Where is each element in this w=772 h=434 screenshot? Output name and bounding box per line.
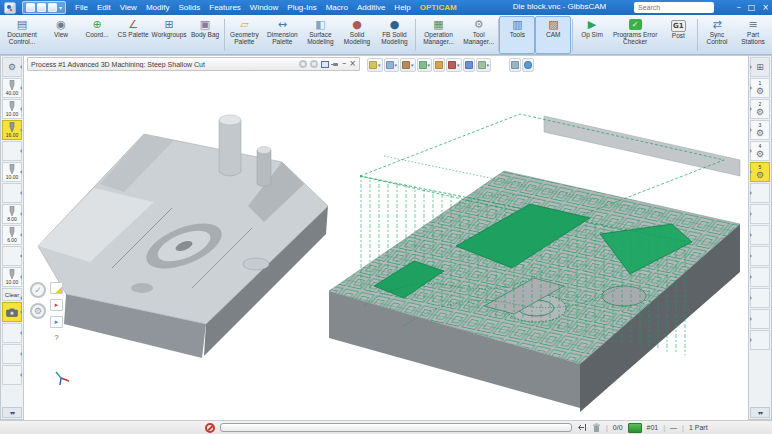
view-tool-button[interactable] (433, 58, 445, 72)
menu-window[interactable]: Window (250, 3, 278, 12)
copy-process-icon[interactable] (50, 282, 63, 294)
stop-simulation-icon[interactable] (205, 423, 215, 433)
apply-check-button[interactable]: ✓ (30, 282, 46, 298)
operation-manager-button[interactable]: ▦ Operation Manager... (416, 16, 460, 54)
cs-palette-button[interactable]: ∠ CS Palette (115, 16, 151, 54)
tool-tile-1[interactable]: 40.00 (2, 78, 22, 98)
simulation-progress-bar[interactable] (220, 423, 572, 432)
operation-slot-empty[interactable] (750, 204, 770, 224)
operation-tile-2[interactable]: 2 ⚙ (750, 99, 770, 119)
fb-solid-modeling-button[interactable]: ● FB Solid Modeling (375, 16, 414, 54)
view-tool-button[interactable]: ▾ (367, 58, 383, 72)
maximize-button[interactable]: □ (748, 3, 756, 12)
tool-rail-scroll-down-button[interactable]: ▾▾ (2, 407, 22, 418)
operation-tile-5-selected[interactable]: 5 ⚙ (750, 162, 770, 182)
tool-manager-button[interactable]: ⚙ Tool Manager... (461, 16, 497, 54)
process-redo-icon[interactable] (310, 60, 318, 68)
rewind-to-start-icon[interactable] (577, 423, 587, 432)
redo-toolpath-icon[interactable]: ▸ (50, 316, 63, 328)
post-button[interactable]: G1 Post (660, 16, 696, 54)
tools-button[interactable]: ▥ Tools (499, 16, 535, 54)
viewport-canvas[interactable] (24, 56, 748, 421)
coord-button[interactable]: ⊕ Coord... (79, 16, 115, 54)
program-error-checker-button[interactable]: ✓ Programs Error Checker (610, 16, 660, 54)
float-window-icon[interactable] (321, 61, 329, 68)
close-button[interactable]: × (762, 3, 769, 12)
workgroups-button[interactable]: ⊞ Workgroups (151, 16, 187, 54)
view-tool-button[interactable]: ▾ (476, 58, 492, 72)
view-tool-button[interactable] (522, 58, 534, 72)
panel-close-button[interactable]: × (349, 60, 356, 68)
view-button[interactable]: ◉ View (43, 16, 79, 54)
menu-macro[interactable]: Macro (326, 3, 348, 12)
pin-icon[interactable] (332, 61, 339, 68)
menu-help[interactable]: Help (394, 3, 410, 12)
process-panel-titlebar[interactable]: Process #1 Advanced 3D Machining: Steep … (27, 57, 360, 71)
operations-header[interactable]: ⊞ (750, 57, 770, 77)
tool-slot-empty[interactable] (2, 365, 22, 385)
sync-control-button[interactable]: ⇄ Sync Control (699, 16, 735, 54)
menu-modify[interactable]: Modify (146, 3, 170, 12)
operation-slot-empty[interactable] (750, 225, 770, 245)
process-gear-button[interactable]: ⚙ (30, 303, 46, 319)
tool-tile-6[interactable]: 6.00 (2, 225, 22, 245)
redo-markers-icon[interactable]: ▸ (50, 299, 63, 311)
document-control-button[interactable]: ▤ Document Control... (1, 16, 43, 54)
tool-tile-4[interactable]: 10.00 (2, 162, 22, 182)
minimize-button[interactable]: – (737, 3, 741, 12)
solid-modeling-button[interactable]: ● Solid Modeling (339, 16, 375, 54)
tool-tile-2[interactable]: 10.00 (2, 99, 22, 119)
undo-icon[interactable] (37, 3, 46, 12)
menu-features[interactable]: Features (209, 3, 241, 12)
sim-camera-tile[interactable] (2, 302, 22, 322)
part-stations-button[interactable]: ≡ Part Stations (735, 16, 771, 54)
view-tool-button[interactable]: ▾ (400, 58, 416, 72)
tool-slot-empty[interactable] (2, 344, 22, 364)
save-icon[interactable] (26, 3, 35, 12)
operation-slot-empty[interactable] (750, 309, 770, 329)
menu-additive[interactable]: Additive (357, 3, 385, 12)
operation-tile-1[interactable]: 1 ⚙ (750, 78, 770, 98)
tool-slot-empty[interactable] (2, 323, 22, 343)
surface-modeling-button[interactable]: ◧ Surface Modeling (302, 16, 339, 54)
operations-rail-scroll-down-button[interactable]: ▾▾ (750, 407, 770, 418)
tool-tile-3-selected[interactable]: 16.00 (2, 120, 22, 140)
view-tool-button[interactable] (509, 58, 521, 72)
menu-edit[interactable]: Edit (97, 3, 111, 12)
clear-button[interactable]: Clear (2, 288, 22, 301)
tool-tile-7[interactable]: 10.00 (2, 267, 22, 287)
search-box[interactable] (634, 2, 714, 13)
menu-file[interactable]: File (75, 3, 88, 12)
operation-slot-empty[interactable] (750, 330, 770, 350)
redo-icon[interactable] (48, 3, 57, 12)
tool-crib-header[interactable]: ⚙ (2, 57, 22, 77)
geometry-palette-button[interactable]: ▱ Geometry Palette (226, 16, 263, 54)
operation-tile-3[interactable]: 3 ⚙ (750, 120, 770, 140)
dimension-palette-button[interactable]: ↔ Dimension Palette (263, 16, 302, 54)
tool-slot-empty[interactable] (2, 183, 22, 203)
operation-slot-empty[interactable] (750, 183, 770, 203)
operation-tile-4[interactable]: 4 ⚙ (750, 141, 770, 161)
op-sim-button[interactable]: ▶ Op Sim (574, 16, 610, 54)
tool-tile-5[interactable]: 8.00 (2, 204, 22, 224)
view-tool-button[interactable]: ▾ (384, 58, 400, 72)
menu-view[interactable]: View (120, 3, 137, 12)
operation-slot-empty[interactable] (750, 288, 770, 308)
menu-solids[interactable]: Solids (178, 3, 200, 12)
view-tool-button[interactable]: ▾ (417, 58, 433, 72)
trash-icon[interactable] (592, 423, 601, 433)
process-do-it-icon[interactable] (299, 60, 307, 68)
cam-button[interactable]: ▨ CAM (535, 16, 571, 54)
help-button[interactable]: ? (54, 333, 58, 342)
qat-dropdown-icon[interactable]: ▾ (59, 4, 62, 11)
search-input[interactable] (638, 3, 729, 12)
workspace-viewport[interactable]: Process #1 Advanced 3D Machining: Steep … (24, 55, 748, 420)
view-tool-button[interactable]: ▾ (446, 58, 462, 72)
tool-slot-empty[interactable] (2, 141, 22, 161)
tool-slot-empty[interactable] (2, 246, 22, 266)
body-bag-button[interactable]: ▣ Body Bag (187, 16, 223, 54)
panel-minimize-button[interactable]: – (342, 60, 346, 68)
operation-slot-empty[interactable] (750, 246, 770, 266)
view-tool-button[interactable] (463, 58, 475, 72)
menu-plugins[interactable]: Plug-Ins (287, 3, 316, 12)
